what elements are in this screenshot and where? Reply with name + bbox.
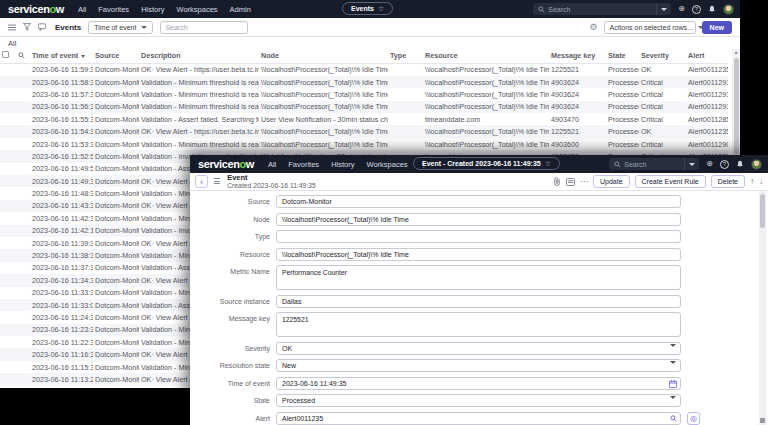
time-of-event-link[interactable]: 2023-06-16 11:37:35 — [30, 262, 93, 274]
field-input-time-of-event[interactable]: 2023-06-16 11:49:35 — [276, 377, 681, 390]
column-header-type[interactable]: Type — [388, 49, 423, 64]
alert-link[interactable]: Alert0011291 — [686, 88, 728, 100]
notifications-icon[interactable] — [736, 160, 744, 168]
time-of-event-link[interactable]: 2023-06-16 11:23:30 — [30, 324, 93, 336]
record-context-menu-icon[interactable]: ☰ — [213, 178, 220, 186]
help-icon[interactable]: ? — [720, 160, 729, 169]
field-input-node[interactable]: \\localhost\Processor(_Total)\% Idle Tim… — [276, 213, 681, 226]
attachment-icon[interactable] — [553, 177, 561, 186]
nav-item-all[interactable]: All — [78, 5, 86, 14]
filter-icon[interactable] — [23, 23, 31, 31]
time-of-event-link[interactable]: 2023-06-16 11:34:34 — [30, 274, 93, 286]
nav-item-favorites[interactable]: Favorites — [98, 5, 129, 14]
nav-item-workspaces[interactable]: Workspaces — [366, 160, 407, 169]
apps-icon[interactable]: ⊕ — [678, 5, 685, 13]
column-header-source[interactable]: Source — [93, 49, 139, 64]
feedback-icon[interactable] — [38, 23, 46, 31]
help-icon[interactable]: ? — [692, 5, 701, 14]
alert-link[interactable]: Alert0011291 — [686, 101, 728, 113]
time-of-event-link[interactable]: 2023-06-16 11:22:30 — [30, 336, 93, 348]
avatar[interactable] — [723, 4, 734, 15]
time-of-event-link[interactable]: 2023-06-16 11:16:30 — [30, 348, 93, 360]
scroll-up-icon[interactable]: ▲ — [732, 49, 740, 56]
field-input-message-key[interactable]: 1225521 — [276, 312, 681, 337]
field-input-alert[interactable]: Alert0011235 — [276, 412, 681, 425]
field-input-state[interactable]: Processed — [276, 394, 681, 407]
time-of-event-link[interactable]: 2023-06-16 11:59:36 — [30, 64, 93, 76]
alert-link[interactable]: Alert0011285 — [686, 113, 728, 125]
time-of-event-link[interactable]: 2023-06-16 11:43:35 — [30, 200, 93, 212]
time-of-event-link[interactable]: 2023-06-16 11:58:35 — [30, 76, 93, 88]
time-of-event-link[interactable]: 2023-06-16 11:49:50 — [30, 163, 93, 175]
time-of-event-link[interactable]: 2023-06-16 11:13:29 — [30, 373, 93, 385]
select-all-checkbox[interactable] — [0, 49, 16, 64]
scroll-thumb[interactable] — [760, 194, 765, 228]
global-search-input[interactable]: Search — [609, 158, 699, 170]
calendar-icon[interactable] — [669, 380, 677, 388]
nav-item-history[interactable]: History — [141, 5, 164, 14]
alert-link[interactable]: Alert0011290 — [686, 138, 728, 150]
nav-item-favorites[interactable]: Favorites — [288, 160, 319, 169]
alert-link[interactable]: Alert0011235 — [686, 125, 728, 137]
time-of-event-link[interactable]: 2023-06-16 11:52:53 — [30, 150, 93, 162]
context-pill-event[interactable]: Event - Created 2023-06-16 11:49:35 ☆ — [413, 157, 560, 170]
servicenow-logo[interactable]: servicenow — [198, 158, 254, 170]
search-scope-caret[interactable] — [684, 158, 699, 170]
column-header-state[interactable]: State — [606, 49, 639, 64]
field-input-type[interactable] — [276, 230, 681, 243]
time-of-event-link[interactable]: 2023-06-16 11:42:34 — [30, 212, 93, 224]
field-input-source-instance[interactable]: Dallas — [276, 295, 681, 308]
update-button[interactable]: Update — [593, 175, 630, 188]
time-of-event-link[interactable]: 2023-06-16 11:33:34 — [30, 287, 93, 299]
previous-record-icon[interactable]: ↑ — [750, 178, 754, 186]
list-menu-icon[interactable] — [8, 24, 16, 31]
search-column-select[interactable]: Time of event — [88, 21, 153, 34]
time-of-event-link[interactable]: 2023-06-16 11:55:34 — [30, 113, 93, 125]
column-header-resource[interactable]: Resource — [423, 49, 549, 64]
time-of-event-link[interactable]: 2023-06-16 11:54:35 — [30, 125, 93, 137]
form-scrollbar[interactable] — [759, 191, 766, 425]
column-header-time-of-event[interactable]: Time of event — [30, 49, 93, 64]
apps-icon[interactable]: ⊕ — [706, 160, 713, 168]
list-search-icon[interactable] — [16, 49, 30, 64]
more-options-icon[interactable]: ⋯ — [580, 177, 588, 186]
gear-icon[interactable]: ⚙ — [590, 23, 598, 32]
nav-item-history[interactable]: History — [331, 160, 354, 169]
next-record-icon[interactable]: ↓ — [759, 178, 763, 186]
global-search-input[interactable]: Search — [533, 3, 671, 15]
column-header-severity[interactable]: Severity — [639, 49, 686, 64]
actions-select[interactable]: Actions on selected rows... — [604, 21, 696, 34]
time-of-event-link[interactable]: 2023-06-16 11:57:36 — [30, 88, 93, 100]
time-of-event-link[interactable]: 2023-06-16 11:38:34 — [30, 249, 93, 261]
new-button[interactable]: New — [702, 21, 732, 34]
delete-button[interactable]: Delete — [711, 175, 745, 188]
time-of-event-link[interactable]: 2023-06-16 11:53:35 — [30, 138, 93, 150]
create-event-rule-button[interactable]: Create Event Rule — [635, 175, 706, 188]
scroll-thumb[interactable] — [734, 58, 739, 154]
time-of-event-link[interactable]: 2023-06-16 11:48:34 — [30, 187, 93, 199]
nav-item-workspaces[interactable]: Workspaces — [176, 5, 217, 14]
field-input-severity[interactable]: OK — [276, 342, 681, 355]
field-input-resolution-state[interactable]: New — [276, 359, 681, 372]
time-of-event-link[interactable]: 2023-06-16 11:33:07 — [30, 299, 93, 311]
servicenow-logo[interactable]: servicenow — [8, 3, 64, 15]
breadcrumb[interactable]: All — [0, 37, 740, 49]
time-of-event-link[interactable]: 2023-06-16 11:56:35 — [30, 101, 93, 113]
column-header-alert[interactable]: Alert — [686, 49, 728, 64]
field-input-source[interactable]: Dotcom-Monitor — [276, 195, 681, 208]
nav-item-admin[interactable]: Admin — [230, 5, 251, 14]
notifications-icon[interactable] — [708, 5, 716, 13]
field-input-metric-name[interactable]: Performance Counter — [276, 265, 681, 290]
field-input-resource[interactable]: \\localhost\Processor(_Total)\% Idle Tim… — [276, 248, 681, 261]
search-scope-caret[interactable] — [656, 3, 671, 15]
column-header-node[interactable]: Node — [259, 49, 388, 64]
time-of-event-link[interactable]: 2023-06-16 11:49:35 — [30, 175, 93, 187]
time-of-event-link[interactable]: 2023-06-16 11:24:30 — [30, 311, 93, 323]
alert-link[interactable]: Alert0011291 — [686, 76, 728, 88]
favorite-star-icon[interactable]: ☆ — [378, 5, 384, 13]
time-of-event-link[interactable]: 2023-06-16 11:15:30 — [30, 361, 93, 373]
time-of-event-link[interactable]: 2023-06-16 11:42:16 — [30, 225, 93, 237]
back-button[interactable]: ‹ — [195, 175, 208, 188]
list-search-input[interactable]: Search — [160, 21, 248, 34]
reference-lookup-icon[interactable] — [670, 415, 677, 422]
